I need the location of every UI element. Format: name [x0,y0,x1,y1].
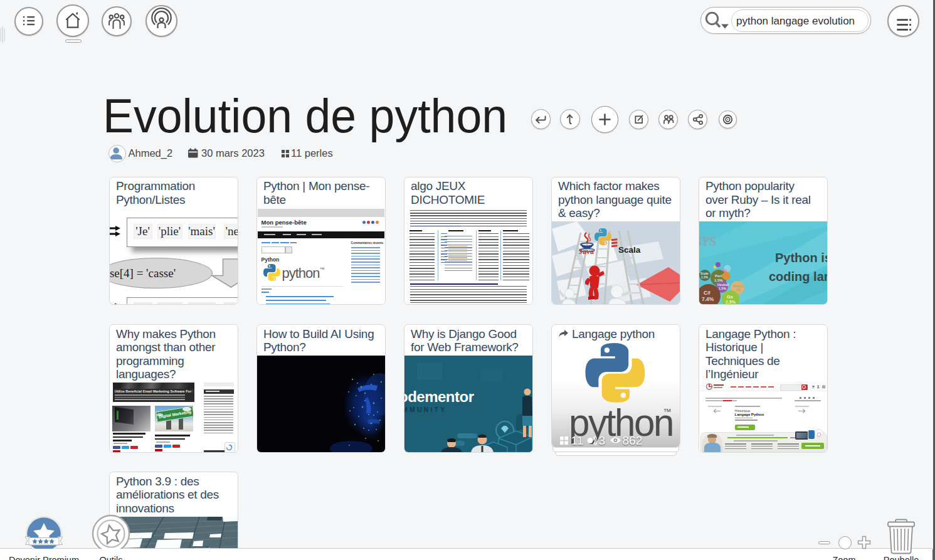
svg-text:Python is: Python is [775,251,827,265]
svg-text:coding lan: coding lan [769,270,827,283]
svg-text:Java: Java [579,247,594,256]
svg-text:2.5%: 2.5% [726,300,736,304]
svg-text:Go: Go [727,295,733,299]
svg-text:odementor: odementor [404,388,474,405]
svg-text:MMUNITY: MMUNITY [404,406,446,413]
svg-text:Scala: Scala [700,272,709,275]
svg-text:1.3%: 1.3% [701,276,709,279]
svg-text:Scala: Scala [618,245,641,255]
svg-text:1.5%: 1.5% [719,287,726,290]
svg-text:SYS: SYS [699,235,716,248]
svg-text:Perl: Perl [715,274,722,278]
svg-text:Node.js: Node.js [733,285,744,288]
svg-text:1.5%: 1.5% [714,278,723,282]
svg-text:1%: 1% [736,288,741,292]
svg-text:C#: C# [704,290,710,296]
svg-text:7.4%: 7.4% [702,296,714,302]
